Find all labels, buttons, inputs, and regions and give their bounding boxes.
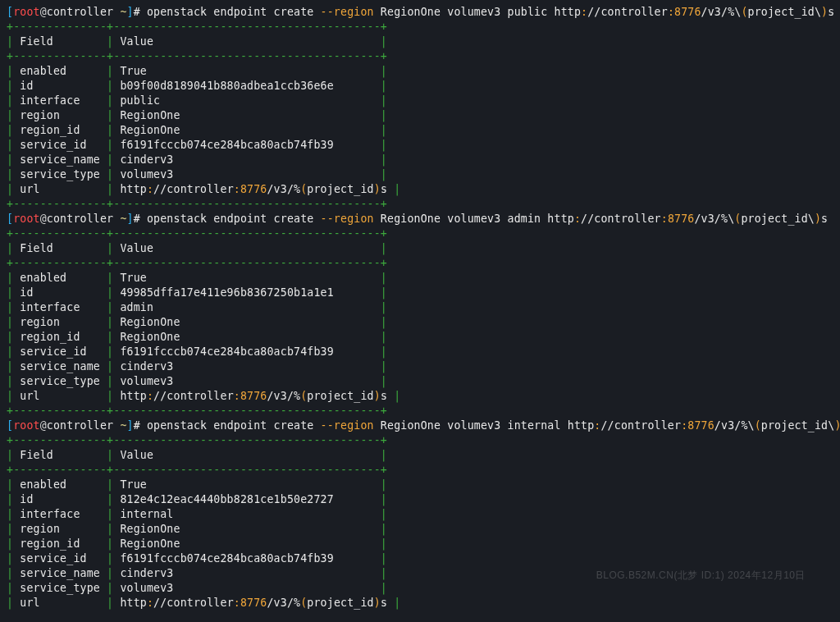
- pipe: |: [374, 272, 387, 284]
- col-header-value: Value: [120, 35, 373, 48]
- table-row: | region | RegionOne |: [7, 108, 833, 123]
- pipe: |: [100, 168, 120, 181]
- prompt-cwd: ~: [120, 419, 126, 432]
- command-line[interactable]: [root@controller ~]# openstack endpoint …: [7, 212, 833, 226]
- url-part: :: [234, 183, 240, 195]
- prompt-at: @: [40, 6, 47, 18]
- cell-field: region_id: [20, 124, 100, 136]
- cmd-paren-close: ): [834, 419, 840, 432]
- url-part: http: [120, 183, 147, 195]
- url-part: 8776: [240, 597, 267, 609]
- prompt-cwd: ~: [120, 213, 126, 225]
- cell-value: b09f00d8189041b880adbea1ccb36e6e: [120, 80, 373, 92]
- cell-value: True: [120, 478, 373, 491]
- table-row: | interface | admin |: [7, 300, 833, 315]
- prompt-hash: #: [134, 213, 147, 225]
- pipe: |: [7, 582, 20, 594]
- pipe: |: [7, 242, 20, 254]
- terminal-output[interactable]: [root@controller ~]# openstack endpoint …: [0, 0, 840, 617]
- pipe: |: [100, 183, 120, 195]
- cmd-text: /v3/%\: [694, 213, 734, 225]
- table-row: | id | 49985dffa17e411e96b8367250b1a1e1 …: [7, 286, 833, 300]
- pipe: |: [100, 109, 120, 121]
- pipe: |: [100, 139, 120, 151]
- pipe: |: [374, 567, 387, 579]
- table-border-chars: +--------------+------------------------…: [7, 405, 387, 417]
- cmd-colon: :: [668, 6, 674, 18]
- pipe: |: [374, 301, 387, 313]
- table-row-url: | url | http://controller:8776/v3/%(proj…: [7, 596, 833, 611]
- prompt-at: @: [40, 419, 47, 432]
- pipe: |: [100, 286, 120, 299]
- table-border: +--------------+------------------------…: [7, 463, 833, 478]
- prompt-at: @: [40, 213, 47, 225]
- cmd-port: 8776: [687, 419, 714, 432]
- pipe: |: [387, 183, 400, 195]
- pipe: |: [7, 523, 20, 535]
- prompt-bracket-open: [: [7, 213, 13, 225]
- cell-value: f6191fcccb074ce284bca80acb74fb39: [120, 345, 373, 358]
- cell-field: url: [20, 597, 100, 609]
- cell-field: region_id: [20, 537, 100, 550]
- command-line[interactable]: [root@controller ~]# openstack endpoint …: [7, 5, 833, 20]
- url-part: s: [381, 183, 387, 195]
- pipe: |: [7, 493, 20, 505]
- cell-value: RegionOne: [120, 523, 373, 535]
- cell-value: admin: [120, 301, 373, 313]
- table-row-url: | url | http://controller:8776/v3/%(proj…: [7, 182, 833, 197]
- cell-field: interface: [20, 508, 100, 520]
- url-part: /v3/%: [267, 390, 300, 402]
- cell-field: url: [20, 183, 100, 195]
- url-part: /v3/%: [267, 183, 300, 195]
- table-header-row: | Field | Value |: [7, 34, 833, 49]
- command-line[interactable]: [root@controller ~]# openstack endpoint …: [7, 418, 833, 433]
- table-border-chars: +--------------+------------------------…: [7, 227, 387, 240]
- col-header-value: Value: [120, 242, 373, 254]
- pipe: |: [100, 567, 120, 579]
- cell-value: RegionOne: [120, 537, 373, 550]
- url-part: project_id: [307, 597, 373, 609]
- pipe: |: [7, 153, 20, 166]
- pipe: |: [374, 65, 387, 77]
- prompt-user: root: [13, 419, 40, 432]
- table-row: | enabled | True |: [7, 271, 833, 286]
- cell-value: f6191fcccb074ce284bca80acb74fb39: [120, 139, 373, 151]
- pipe: |: [100, 345, 120, 358]
- pipe: |: [100, 582, 120, 594]
- cmd-text: project_id\: [761, 419, 835, 432]
- url-part: :: [147, 597, 153, 609]
- table-border: +--------------+------------------------…: [7, 49, 833, 64]
- pipe: |: [7, 316, 20, 328]
- pipe: |: [7, 449, 20, 461]
- pipe: |: [374, 316, 387, 328]
- pipe: |: [7, 80, 20, 92]
- cmd-text: //controller: [600, 419, 681, 432]
- cell-value: f6191fcccb074ce284bca80acb74fb39: [120, 552, 373, 565]
- url-part: :: [234, 390, 240, 402]
- cell-field: service_id: [20, 552, 100, 565]
- table-border: +--------------+------------------------…: [7, 256, 833, 271]
- pipe: |: [7, 345, 20, 358]
- cell-field: enabled: [20, 478, 100, 491]
- cmd-text: s: [821, 213, 828, 225]
- cell-field: id: [20, 493, 100, 505]
- pipe: |: [100, 597, 120, 609]
- cell-value: RegionOne: [120, 124, 373, 136]
- table-border-chars: +--------------+------------------------…: [7, 464, 387, 476]
- table-row: | service_name | cinderv3 |: [7, 566, 833, 581]
- url-part: :: [234, 597, 240, 609]
- table-header-row: | Field | Value |: [7, 448, 833, 463]
- pipe: |: [100, 375, 120, 387]
- cell-field: interface: [20, 301, 100, 313]
- pipe: |: [100, 537, 120, 550]
- pipe: |: [374, 345, 387, 358]
- cmd-text: project_id\: [748, 6, 822, 18]
- prompt-user: root: [13, 6, 40, 18]
- prompt-hash: #: [134, 6, 147, 18]
- pipe: |: [100, 390, 120, 402]
- prompt-host: controller: [47, 6, 113, 18]
- cell-field: service_name: [20, 153, 100, 166]
- prompt-user: root: [13, 213, 40, 225]
- table-border-chars: +--------------+------------------------…: [7, 434, 387, 446]
- pipe: |: [7, 375, 20, 387]
